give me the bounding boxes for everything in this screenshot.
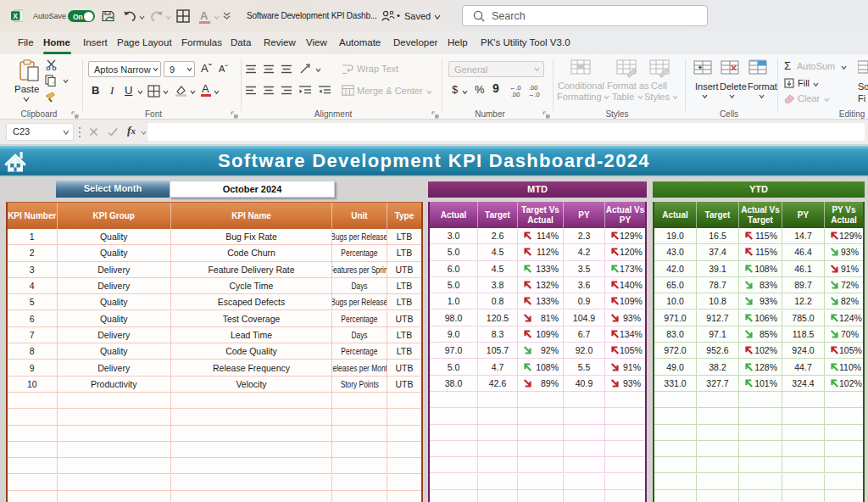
svg-text:.00: .00: [511, 91, 520, 98]
svg-text:→.0: →.0: [528, 91, 540, 98]
svg-text:X: X: [13, 12, 18, 20]
